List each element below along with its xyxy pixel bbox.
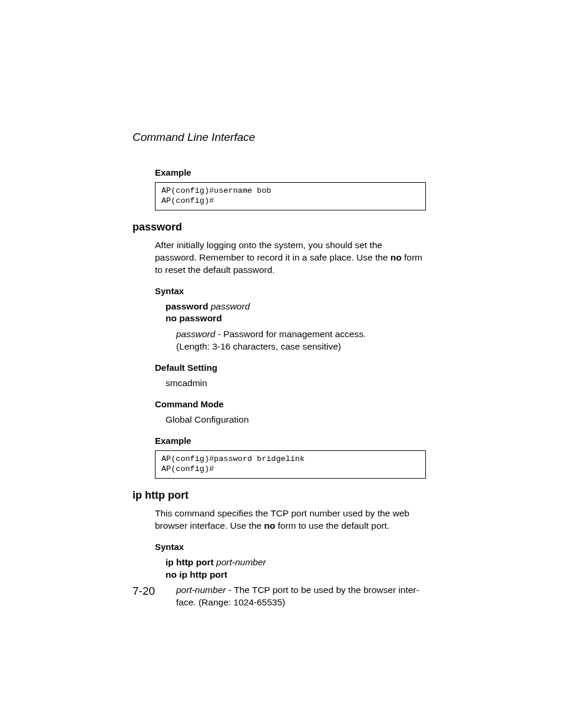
- page-content: Command Line Interface Example AP(config…: [133, 131, 426, 612]
- command-mode-label: Command Mode: [155, 399, 426, 409]
- param-description: password - Password for management acces…: [176, 328, 426, 353]
- bold-text: no: [391, 252, 402, 262]
- code-example: AP(config)#username bob AP(config)#: [155, 182, 426, 210]
- command-arg: port-number: [216, 557, 266, 567]
- command-keyword: password: [166, 301, 208, 311]
- command-arg: password: [211, 301, 250, 311]
- param-description: port-number - The TCP port to be used by…: [176, 584, 426, 609]
- default-setting-label: Default Setting: [155, 363, 426, 373]
- param-text: face. (Range: 1024-65535): [176, 597, 285, 607]
- section-title-password: password: [133, 221, 426, 233]
- command-no-form: no password: [166, 313, 222, 323]
- example-label: Example: [155, 436, 426, 446]
- code-example: AP(config)#password bridgelink AP(config…: [155, 450, 426, 479]
- bold-text: no: [264, 521, 275, 531]
- param-name: password: [176, 329, 215, 339]
- code-line: AP(config)#username bob: [161, 186, 271, 195]
- section-intro: This command specifies the TCP port numb…: [155, 508, 426, 532]
- syntax-line: password password no password: [166, 301, 426, 325]
- syntax-label: Syntax: [155, 286, 426, 296]
- page-number: 7-20: [133, 585, 155, 598]
- code-line: AP(config)#: [161, 196, 214, 205]
- command-keyword: ip http port: [166, 557, 214, 567]
- code-line: AP(config)#password bridgelink: [161, 454, 305, 463]
- param-note: (Length: 3-16 characters, case sensitive…: [176, 341, 341, 351]
- syntax-line: ip http port port-number no ip http port: [166, 556, 426, 581]
- text: After initially logging onto the system,…: [155, 240, 391, 262]
- default-setting-value: smcadmin: [166, 377, 426, 390]
- page-header: Command Line Interface: [133, 131, 426, 144]
- section-intro: After initially logging onto the system,…: [155, 239, 426, 276]
- example-label: Example: [155, 167, 426, 177]
- code-line: AP(config)#: [161, 465, 214, 473]
- syntax-label: Syntax: [155, 542, 426, 552]
- text: form to use the default port.: [275, 521, 389, 531]
- section-title-ip-http-port: ip http port: [133, 489, 426, 502]
- param-text: - Password for management access.: [215, 329, 366, 339]
- param-text: - The TCP port to be used by the browser…: [226, 585, 419, 595]
- command-no-form: no ip http port: [166, 569, 227, 579]
- command-mode-value: Global Configuration: [166, 414, 426, 426]
- param-name: port-number: [176, 585, 226, 595]
